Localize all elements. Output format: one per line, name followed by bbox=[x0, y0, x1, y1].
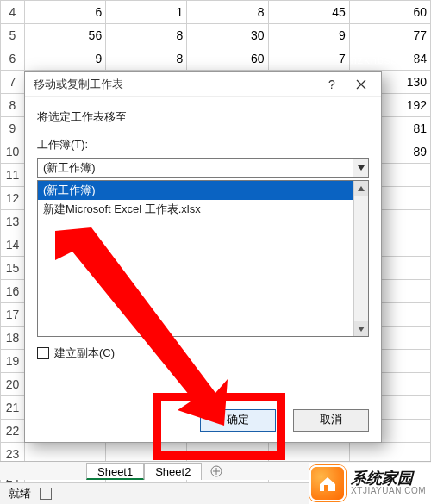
sheet-tab[interactable]: Sheet1 bbox=[86, 463, 144, 480]
help-button[interactable]: ? bbox=[317, 72, 347, 96]
move-to-label: 将选定工作表移至 bbox=[37, 109, 369, 125]
dialog-titlebar[interactable]: 移动或复制工作表 ? bbox=[25, 72, 381, 97]
row-header[interactable]: 8 bbox=[1, 94, 25, 117]
create-copy-checkbox[interactable] bbox=[37, 347, 49, 359]
move-or-copy-dialog: 移动或复制工作表 ? 将选定工作表移至 工作簿(T): (新工作簿) (新工作簿… bbox=[24, 71, 382, 443]
row-header[interactable]: 7 bbox=[1, 71, 25, 94]
cell[interactable]: 9 bbox=[25, 47, 106, 71]
workbook-combo-value: (新工作簿) bbox=[38, 159, 353, 177]
cancel-button[interactable]: 取消 bbox=[293, 409, 369, 432]
row-header[interactable]: 18 bbox=[1, 327, 25, 350]
row-header[interactable]: 16 bbox=[1, 280, 25, 303]
cell[interactable]: 84 bbox=[349, 47, 430, 71]
listbox-scrollbar[interactable] bbox=[353, 181, 368, 336]
workbook-combo[interactable]: (新工作簿) bbox=[37, 158, 369, 178]
row-header[interactable]: 19 bbox=[1, 350, 25, 373]
row-header[interactable]: 15 bbox=[1, 257, 25, 280]
cell[interactable]: 60 bbox=[349, 1, 430, 24]
brand-sub: XTJIAYUAN.COM bbox=[351, 487, 426, 496]
row-header[interactable]: 20 bbox=[1, 373, 25, 396]
row-header[interactable]: 6 bbox=[1, 47, 25, 71]
list-item[interactable]: 新建Microsoft Excel 工作表.xlsx bbox=[38, 200, 353, 219]
cell[interactable]: 45 bbox=[268, 1, 349, 24]
cell[interactable]: 1 bbox=[106, 1, 187, 24]
svg-rect-2 bbox=[324, 485, 328, 491]
cell[interactable]: 8 bbox=[106, 47, 187, 71]
create-copy-checkbox-row[interactable]: 建立副本(C) bbox=[37, 345, 369, 361]
cell[interactable]: 56 bbox=[25, 24, 106, 47]
row-header[interactable]: 12 bbox=[1, 187, 25, 210]
create-copy-label: 建立副本(C) bbox=[54, 345, 115, 361]
cell[interactable]: 8 bbox=[187, 1, 268, 24]
row-header[interactable]: 14 bbox=[1, 233, 25, 257]
dialog-title: 移动或复制工作表 bbox=[34, 77, 123, 92]
sheet-before-listbox[interactable]: (新工作簿)新建Microsoft Excel 工作表.xlsx bbox=[37, 180, 369, 337]
row-header[interactable]: 5 bbox=[1, 24, 25, 47]
ok-button[interactable]: 确定 bbox=[200, 409, 276, 432]
combo-dropdown-button[interactable] bbox=[353, 159, 368, 177]
scroll-up-button[interactable] bbox=[354, 181, 368, 196]
close-button[interactable] bbox=[347, 72, 376, 96]
macro-record-icon[interactable] bbox=[40, 488, 52, 500]
row-header[interactable]: 10 bbox=[1, 140, 25, 164]
add-sheet-button[interactable] bbox=[207, 462, 226, 481]
row-header[interactable]: 13 bbox=[1, 210, 25, 233]
row-header[interactable]: 21 bbox=[1, 396, 25, 420]
row-header[interactable]: 4 bbox=[1, 1, 25, 24]
cell[interactable]: 6 bbox=[25, 1, 106, 24]
cell[interactable]: 7 bbox=[268, 47, 349, 71]
status-text: 就绪 bbox=[9, 486, 31, 501]
scroll-track[interactable] bbox=[354, 196, 368, 321]
brand-badge: 系统家园 XTJIAYUAN.COM bbox=[309, 463, 431, 504]
cell[interactable]: 60 bbox=[187, 47, 268, 71]
cell[interactable]: 77 bbox=[349, 24, 430, 47]
brand-logo-icon bbox=[309, 465, 346, 501]
workbook-label: 工作簿(T): bbox=[37, 137, 369, 152]
row-header[interactable]: 17 bbox=[1, 303, 25, 327]
brand-name: 系统家园 bbox=[351, 470, 426, 487]
row-header[interactable]: 9 bbox=[1, 117, 25, 140]
cell[interactable]: 8 bbox=[106, 24, 187, 47]
row-header[interactable]: 11 bbox=[1, 164, 25, 187]
cell[interactable]: 9 bbox=[268, 24, 349, 47]
scroll-down-button[interactable] bbox=[354, 321, 368, 336]
sheet-tab[interactable]: Sheet2 bbox=[144, 463, 202, 480]
cell[interactable]: 30 bbox=[187, 24, 268, 47]
list-item[interactable]: (新工作簿) bbox=[38, 181, 353, 200]
row-header[interactable]: 22 bbox=[1, 420, 25, 443]
